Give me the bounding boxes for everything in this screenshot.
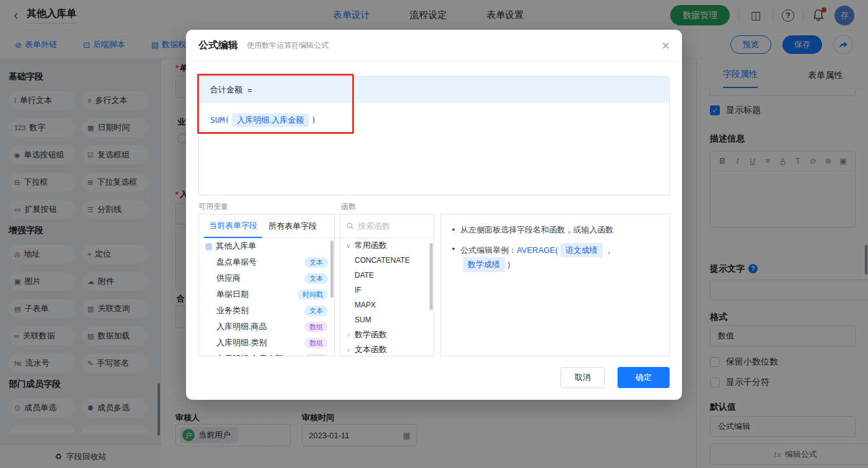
variable-name: 供应商 [216, 273, 241, 284]
function-group-common[interactable]: ∨ 常用函数 [340, 238, 433, 253]
variables-tab[interactable]: 当前表单字段 [204, 214, 262, 238]
tip-line: • 从左侧面板选择字段名和函数，或输入函数 [452, 224, 658, 236]
variable-type-badge: 数组 [304, 338, 328, 348]
variable-row[interactable]: 入库明细.类别 数组 [199, 335, 334, 351]
variable-type-badge: 文本 [304, 306, 328, 316]
variable-type-badge: 数组 [304, 322, 328, 332]
variable-type-badge: 文本 [304, 273, 328, 284]
variables-list: 盘点单据号 文本 供应商 文本 单据日期 时间戳 业务类别 文本 [199, 254, 334, 356]
variables-root-row[interactable]: ▤ 其他入库单 [199, 238, 334, 254]
modal-header: 公式编辑 使用数学运算符编辑公式 × [186, 30, 682, 62]
formula-editor[interactable]: 合计金额 = SUM(入库明细.入库金额) [198, 76, 670, 195]
function-search[interactable] [340, 214, 433, 238]
example-function: AVERAGE( [517, 245, 558, 255]
variable-row[interactable]: 入库明细.商品 数组 [199, 319, 334, 335]
formula-edit-modal: 公式编辑 使用数学运算符编辑公式 × 合计金额 = SUM(入库明细.入库金额)… [186, 30, 682, 400]
variables-panel: 当前表单字段 所有表单字段 ▤ 其他入库单 盘点单据号 文本 供应商 文本 [198, 214, 335, 356]
formula-field-pill[interactable]: 入库明细.入库金额 [232, 113, 309, 127]
functions-panel: ∨ 常用函数 CONCATENATE DATE IF MAPX SUM › 数学… [340, 214, 434, 356]
variables-scrollbar[interactable] [330, 241, 334, 298]
tip-example: 公式编辑举例：AVERAGE(语文成绩，数学成绩) [461, 243, 658, 272]
variable-name: 单据日期 [216, 289, 249, 300]
function-group-math[interactable]: › 数学函数 [340, 327, 433, 342]
chevron-right-icon: › [345, 347, 352, 353]
variable-type-badge: 时间戳 [298, 289, 328, 300]
formula-target-band: 合计金额 = [199, 77, 669, 103]
variable-name: 业务类别 [216, 305, 249, 316]
functions-label: 函数 [341, 201, 356, 212]
variables-label: 可用变量 [198, 201, 228, 212]
function-list: CONCATENATE DATE IF MAPX SUM [340, 253, 433, 327]
variable-type-badge: 文本 [304, 257, 328, 268]
formula-target: 合计金额 [210, 84, 242, 95]
confirm-button[interactable]: 确定 [618, 367, 670, 388]
variable-row[interactable]: 业务类别 文本 [199, 302, 334, 319]
modal-title: 公式编辑 [198, 39, 238, 52]
formula-close-paren: ) [311, 115, 316, 125]
functions-scrollbar[interactable] [430, 243, 433, 310]
chevron-right-icon: › [345, 332, 352, 338]
function-item[interactable]: SUM [340, 312, 433, 327]
modal-subtitle: 使用数学运算符编辑公式 [247, 40, 329, 51]
variable-row[interactable]: 供应商 文本 [199, 270, 334, 286]
function-search-input[interactable] [358, 221, 427, 231]
equals-sign: = [247, 86, 252, 95]
function-group-label: 常用函数 [355, 240, 387, 251]
variable-row[interactable]: 单据日期 时间戳 [199, 286, 334, 302]
variable-name: 盘点单据号 [216, 257, 257, 268]
variables-root-label: 其他入库单 [216, 241, 256, 252]
chevron-down-icon: ∨ [345, 242, 352, 249]
example-field-pill: 数学成绩 [463, 257, 505, 272]
function-group-text[interactable]: › 文本函数 [340, 342, 433, 356]
function-item[interactable]: DATE [340, 268, 433, 283]
variable-type-badge: 数组 [304, 354, 328, 357]
cancel-button[interactable]: 取消 [560, 367, 605, 388]
formula-expression[interactable]: SUM(入库明细.入库金额) [199, 103, 669, 138]
function-item[interactable]: MAPX [340, 298, 433, 312]
function-item[interactable]: IF [340, 283, 433, 298]
function-group-label: 文本函数 [355, 344, 387, 355]
variable-row[interactable]: 盘点单据号 文本 [199, 254, 334, 270]
function-item[interactable]: CONCATENATE [340, 253, 433, 268]
variable-name: 入库明细.商品 [216, 321, 267, 332]
tips-panel: • 从左侧面板选择字段名和函数，或输入函数 • 公式编辑举例：AVERAGE(语… [440, 214, 670, 356]
close-icon[interactable]: × [662, 39, 670, 53]
modal-footer: 取消 确定 [560, 367, 670, 388]
example-field-pill: 语文成绩 [560, 243, 603, 258]
variables-tab[interactable]: 所有表单字段 [264, 214, 322, 237]
variable-name: 入库明细.入库金额 [216, 353, 283, 356]
search-icon [347, 222, 353, 230]
form-doc-icon: ▤ [205, 242, 212, 250]
formula-function: SUM( [210, 115, 229, 125]
variables-tabs: 当前表单字段 所有表单字段 [199, 214, 334, 238]
function-group-label: 数学函数 [355, 329, 387, 340]
tip-text: 从左侧面板选择字段名和函数，或输入函数 [461, 224, 614, 236]
tip-example-line: • 公式编辑举例：AVERAGE(语文成绩，数学成绩) [452, 243, 658, 272]
variable-row[interactable]: 入库明细.入库金额 数组 [199, 351, 334, 356]
variable-name: 入库明细.类别 [216, 337, 267, 348]
